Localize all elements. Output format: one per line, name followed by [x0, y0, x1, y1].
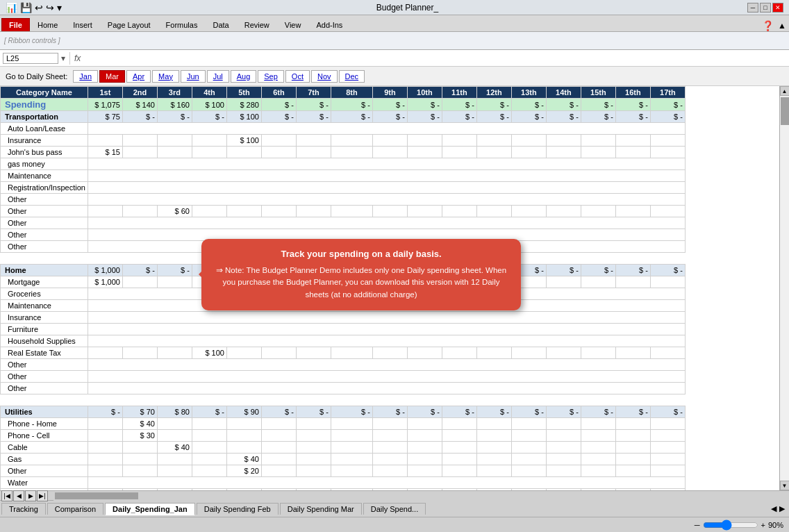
close-button[interactable]: ✕ [772, 3, 783, 13]
home-label[interactable]: Home [1, 265, 88, 276]
tab-prev-button[interactable]: ◀ [13, 490, 24, 501]
scroll-arrow-right[interactable]: ▶ [779, 504, 785, 513]
month-sep[interactable]: Sep [258, 70, 284, 83]
zoom-out-icon[interactable]: ─ [695, 521, 700, 529]
maintenance-label[interactable]: Maintenance [1, 170, 88, 182]
spending-total-5[interactable]: $ 280 [226, 99, 261, 111]
other-home-1[interactable]: Other [1, 359, 88, 371]
real-estate-label[interactable]: Real Estate Tax [1, 347, 88, 359]
title-bar-icons[interactable]: 📊 💾 ↩ ↪ ▾ [6, 2, 62, 13]
other-home-2[interactable]: Other [1, 371, 88, 383]
scroll-arrow-left[interactable]: ◀ [771, 504, 776, 513]
month-nov[interactable]: Nov [311, 70, 338, 83]
month-may[interactable]: May [152, 70, 179, 83]
tab-formulas[interactable]: Formulas [158, 18, 206, 31]
other-transport-4[interactable]: Other [1, 229, 88, 241]
mortgage-label[interactable]: Mortgage [1, 276, 88, 288]
spending-total-10[interactable]: $ - [407, 99, 442, 111]
month-apr[interactable]: Apr [126, 70, 151, 83]
other-transport-1[interactable]: Other [1, 194, 88, 206]
spending-total-4[interactable]: $ 100 [192, 99, 226, 111]
minimize-button[interactable]: ─ [747, 3, 758, 13]
tab-nav[interactable]: |◀ ◀ ▶ ▶| [0, 491, 49, 500]
col-16th: 16th [615, 87, 650, 99]
collapse-ribbon-icon[interactable]: ▲ [778, 21, 786, 31]
h-scroll-thumb[interactable] [55, 492, 138, 499]
tab-add-ins[interactable]: Add-Ins [308, 18, 350, 31]
tab-next-button[interactable]: ▶ [25, 490, 36, 501]
tab-page-layout[interactable]: Page Layout [100, 18, 158, 31]
callout-title: Track your spending on a daily basis. [214, 249, 508, 259]
insurance-label[interactable]: Insurance [1, 135, 88, 147]
spending-total-9[interactable]: $ - [372, 99, 407, 111]
spending-label[interactable]: Spending [1, 99, 88, 111]
tab-daily-spending-feb[interactable]: Daily Spending Feb [197, 503, 279, 515]
quick-access-icon[interactable]: ▾ [57, 2, 62, 13]
scroll-thumb[interactable] [781, 97, 789, 125]
vertical-scrollbar[interactable]: ▲ ▼ [779, 86, 789, 490]
phone-cell-label[interactable]: Phone - Cell [1, 430, 88, 442]
month-jun[interactable]: Jun [181, 70, 206, 83]
zoom-slider[interactable] [703, 519, 758, 531]
other-transport-2[interactable]: Other [1, 206, 88, 217]
electricity-label[interactable]: Electricity [1, 489, 88, 491]
furniture-label[interactable]: Furniture [1, 324, 88, 335]
month-jul[interactable]: Jul [207, 70, 229, 83]
other-transport-3[interactable]: Other [1, 217, 88, 229]
tab-daily-spending-mar[interactable]: Daily Spending Mar [280, 503, 362, 515]
phone-home-label[interactable]: Phone - Home [1, 418, 88, 430]
formula-input[interactable] [83, 53, 786, 63]
transportation-label[interactable]: Transportation [1, 111, 88, 123]
zoom-in-icon[interactable]: + [761, 521, 765, 529]
spending-total-1[interactable]: $ 1,075 [88, 99, 122, 111]
auto-loan-label[interactable]: Auto Loan/Lease [1, 123, 88, 135]
tab-last-button[interactable]: ▶| [37, 490, 48, 501]
tab-tracking[interactable]: Tracking [1, 503, 46, 515]
maintenance-home-label[interactable]: Maintenance [1, 300, 88, 312]
tab-view[interactable]: View [277, 18, 309, 31]
scroll-track[interactable] [780, 96, 789, 481]
water-label[interactable]: Water [1, 477, 88, 489]
window-controls[interactable]: ─ □ ✕ [747, 3, 783, 13]
spending-total-6[interactable]: $ - [261, 99, 296, 111]
scroll-up-button[interactable]: ▲ [780, 86, 790, 96]
tab-comparison[interactable]: Comparison [47, 503, 103, 515]
spending-total-7[interactable]: $ - [296, 99, 331, 111]
utilities-label[interactable]: Utilities [1, 406, 88, 418]
tab-review[interactable]: Review [237, 18, 277, 31]
scroll-down-button[interactable]: ▼ [780, 481, 790, 490]
insurance-home-label[interactable]: Insurance [1, 312, 88, 324]
tab-insert[interactable]: Insert [65, 18, 100, 31]
other-utilities-1[interactable]: Other [1, 465, 88, 477]
groceries-label[interactable]: Groceries [1, 288, 88, 300]
month-dec[interactable]: Dec [339, 70, 365, 83]
save-icon[interactable]: 💾 [20, 2, 32, 13]
undo-icon[interactable]: ↩ [35, 2, 43, 13]
help-icon[interactable]: ❓ [762, 20, 774, 31]
tab-file[interactable]: File [1, 18, 30, 31]
household-supplies-label[interactable]: Household Supplies [1, 335, 88, 347]
tab-data[interactable]: Data [205, 18, 236, 31]
tab-daily-spending-more[interactable]: Daily Spend... [363, 503, 426, 515]
h-scroll-track[interactable] [53, 491, 789, 501]
tab-first-button[interactable]: |◀ [1, 490, 13, 501]
spending-total-8[interactable]: $ - [331, 99, 372, 111]
registration-label[interactable]: Registration/Inspection [1, 182, 88, 194]
other-transport-5[interactable]: Other [1, 241, 88, 253]
cable-label[interactable]: Cable [1, 442, 88, 454]
gas-money-label[interactable]: gas money [1, 158, 88, 170]
month-mar[interactable]: Mar [99, 70, 125, 83]
gas-label[interactable]: Gas [1, 454, 88, 465]
tab-home[interactable]: Home [30, 18, 65, 31]
month-aug[interactable]: Aug [231, 70, 257, 83]
spending-total-2[interactable]: $ 140 [122, 99, 157, 111]
cell-reference-input[interactable] [3, 53, 58, 64]
month-jan[interactable]: Jan [73, 70, 98, 83]
tab-daily-spending-jan[interactable]: Daily_Spending_Jan [105, 503, 195, 515]
other-home-3[interactable]: Other [1, 383, 88, 394]
month-oct[interactable]: Oct [285, 70, 310, 83]
bus-pass-label[interactable]: John's bus pass [1, 147, 88, 158]
restore-button[interactable]: □ [760, 3, 771, 13]
spending-total-3[interactable]: $ 160 [157, 99, 192, 111]
redo-icon[interactable]: ↪ [46, 2, 54, 13]
